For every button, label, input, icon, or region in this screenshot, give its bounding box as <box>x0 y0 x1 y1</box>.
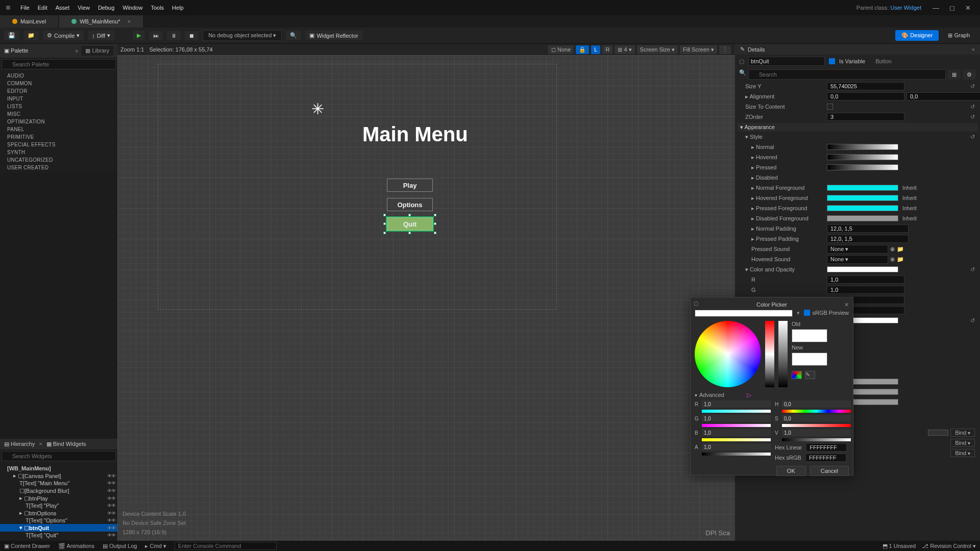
stop-button[interactable]: ⏹ <box>185 31 199 40</box>
ok-button[interactable]: OK <box>776 466 806 476</box>
vp-loc-icon[interactable]: L <box>591 45 600 54</box>
cp-b-input[interactable] <box>702 429 771 436</box>
prop-sizetocontent-checkbox[interactable] <box>827 104 833 110</box>
cp-g-slider[interactable] <box>702 424 771 427</box>
prop-hovered-fg-label[interactable]: ▸ Hovered Foreground <box>740 195 827 202</box>
find-button[interactable]: 🔍 <box>286 31 301 40</box>
visibility-icon[interactable]: 👁👁 <box>107 511 115 516</box>
details-search-input[interactable] <box>748 69 946 80</box>
compile-button[interactable]: ⚙ Compile ▾ <box>43 31 84 40</box>
vp-grid-icon[interactable]: ⊞ 4 ▾ <box>615 45 634 54</box>
prop-pressed-padding-label[interactable]: ▸ Pressed Padding <box>740 236 827 242</box>
play-button[interactable]: ▶ <box>133 31 145 40</box>
reset-icon[interactable]: ↺ <box>970 83 975 90</box>
prop-normal-label[interactable]: ▸ Normal <box>740 144 827 151</box>
menu-edit[interactable]: Edit <box>34 3 52 13</box>
value-slider[interactable] <box>778 321 788 387</box>
hierarchy-item[interactable]: ▸ ▢ btnOptions👁👁 <box>0 509 117 517</box>
visibility-icon[interactable]: 👁👁 <box>107 503 115 508</box>
bind-button[interactable]: Bind ▾ <box>950 429 975 437</box>
hierarchy-item[interactable]: T [Text] "Play"👁👁 <box>0 502 117 509</box>
hierarchy-item-selected[interactable]: ▾ ▢ btnQuit👁👁 <box>0 524 117 532</box>
visibility-icon[interactable]: 👁👁 <box>107 473 115 479</box>
browse-icon[interactable]: 📁 <box>897 246 904 253</box>
cp-a-input[interactable] <box>702 443 771 450</box>
details-tab[interactable]: ✎ Details× <box>735 44 980 55</box>
cp-g-input[interactable] <box>702 415 771 422</box>
design-surface[interactable]: ✳ Main Menu Play Options Quit <box>158 64 556 309</box>
output-log-button[interactable]: ▤ Output Log <box>103 543 137 549</box>
prop-pressed-padding-input[interactable] <box>827 235 909 243</box>
details-filter-icon[interactable]: ⊞ <box>948 69 961 80</box>
vp-none-btn[interactable]: ◻ None <box>548 45 574 54</box>
widget-options-button[interactable]: Options <box>387 198 433 211</box>
step-button[interactable]: ⏭ <box>149 31 163 40</box>
prop-color-opacity-label[interactable]: ▾ Color and Opacity <box>740 266 827 273</box>
prop-size-y-input[interactable] <box>827 82 904 90</box>
cp-a-slider[interactable] <box>702 453 771 456</box>
eyedropper-icon[interactable]: ✎ <box>805 371 815 379</box>
cp-s-slider[interactable] <box>782 424 851 427</box>
details-settings-icon[interactable]: ⚙ <box>963 69 976 80</box>
prop-pressed-label[interactable]: ▸ Pressed <box>740 164 827 171</box>
prop-hovered-sound-dropdown[interactable]: None ▾ <box>827 255 888 264</box>
hierarchy-close-icon[interactable]: × <box>39 441 42 447</box>
prop-disabled-fg-swatch[interactable] <box>827 215 898 221</box>
hierarchy-item[interactable]: T [Text] "Options"👁👁 <box>0 517 117 524</box>
prop-normal-padding-label[interactable]: ▸ Normal Padding <box>740 226 827 232</box>
palette-tab[interactable]: ▣ Palette <box>4 47 28 54</box>
tab-wb-mainmenu[interactable]: WB_MainMenu*× <box>59 15 143 28</box>
visibility-icon[interactable]: 👁👁 <box>107 525 115 531</box>
visibility-icon[interactable]: 👁👁 <box>107 518 115 523</box>
prop-alignment-y-input[interactable] <box>906 92 980 101</box>
prop-zorder-input[interactable] <box>827 113 904 121</box>
bind-button[interactable]: Bind ▾ <box>950 439 975 447</box>
close-icon[interactable]: ✕ <box>960 2 976 14</box>
section-appearance[interactable]: ▾ Appearance <box>737 123 978 132</box>
palette-search-input[interactable] <box>2 59 116 69</box>
vp-lock-icon[interactable]: 🔒 <box>576 45 589 54</box>
minimize-icon[interactable]: — <box>927 2 944 14</box>
color-preview-bar[interactable] <box>695 310 793 317</box>
palette-category[interactable]: MISC <box>0 110 117 118</box>
palette-category[interactable]: EDITOR <box>0 87 117 95</box>
hierarchy-item[interactable]: ▸ ▢ [Canvas Panel]👁👁 <box>0 472 117 480</box>
hex-linear-input[interactable] <box>806 443 847 452</box>
vp-more-icon[interactable]: ⋮ <box>719 45 731 54</box>
menu-help[interactable]: Help <box>168 3 188 13</box>
reset-icon[interactable]: ↺ <box>970 266 975 273</box>
hierarchy-item[interactable]: T [Text] "Main Menu"👁👁 <box>0 480 117 487</box>
maximize-icon[interactable]: ◻ <box>944 2 960 14</box>
cp-h-slider[interactable] <box>782 410 851 413</box>
cp-b-slider[interactable] <box>702 438 771 441</box>
prop-color-opacity-swatch[interactable] <box>827 266 898 272</box>
color-wheel[interactable] <box>695 321 761 387</box>
widget-play-button[interactable]: Play <box>387 179 433 192</box>
cp-r-slider[interactable] <box>702 410 771 413</box>
prop-normal-fg-label[interactable]: ▸ Normal Foreground <box>740 185 827 191</box>
library-tab[interactable]: ▦ Library <box>81 46 113 56</box>
prop-alignment-x-input[interactable] <box>827 92 904 101</box>
srgb-checkbox[interactable] <box>804 310 810 316</box>
prop-disabled-fg-label[interactable]: ▸ Disabled Foreground <box>740 215 827 222</box>
palette-category[interactable]: LISTS <box>0 103 117 110</box>
visibility-icon[interactable]: 👁👁 <box>107 496 115 501</box>
close-tab-icon[interactable]: × <box>128 18 131 24</box>
save-button[interactable]: 💾 <box>4 31 19 40</box>
widget-quit-button[interactable]: Quit <box>387 217 433 231</box>
palette-category[interactable]: INPUT <box>0 95 117 103</box>
palette-category[interactable]: COMMON <box>0 80 117 87</box>
menu-tools[interactable]: Tools <box>146 3 168 13</box>
prop-r-input[interactable] <box>827 276 904 284</box>
widget-title-text[interactable]: Main Menu <box>362 123 468 146</box>
prop-disabled-label[interactable]: ▸ Disabled <box>740 174 827 181</box>
palette-category[interactable]: UNCATEGORIZED <box>0 156 117 164</box>
saturation-slider[interactable] <box>765 321 774 387</box>
content-drawer-button[interactable]: ▣ Content Drawer <box>4 543 50 549</box>
prop-g-input[interactable] <box>827 286 904 294</box>
hierarchy-root[interactable]: [WB_MainMenu] <box>0 465 117 472</box>
graph-tab[interactable]: ⊞ Graph <box>942 30 976 41</box>
reset-icon[interactable]: ↺ <box>970 134 975 140</box>
bind-widgets-tab[interactable]: ▦ Bind Widgets <box>46 441 86 447</box>
widget-name-input[interactable] <box>748 57 825 66</box>
